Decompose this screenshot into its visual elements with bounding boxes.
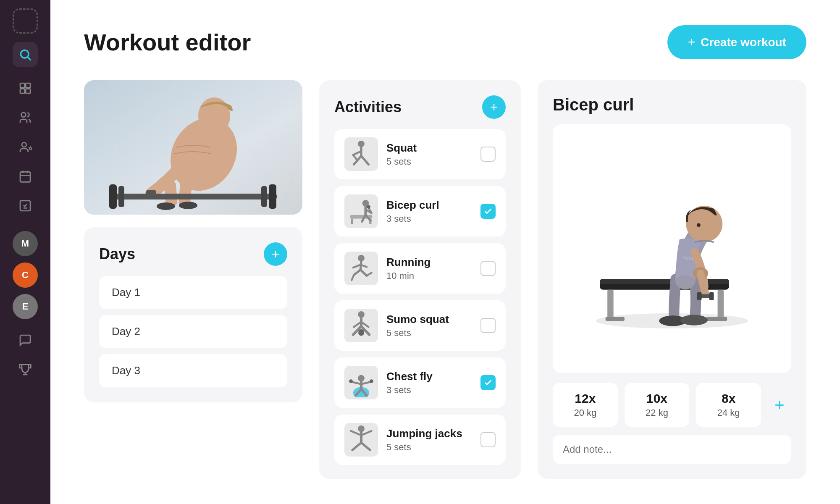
- svg-line-48: [354, 270, 361, 275]
- squat-thumbnail: [344, 137, 378, 171]
- days-card-header: Days +: [99, 242, 287, 266]
- svg-line-52: [353, 265, 361, 268]
- set-2[interactable]: 10x 22 kg: [625, 383, 690, 427]
- main-content: Workout editor + Create workout: [50, 0, 840, 504]
- svg-rect-24: [109, 194, 277, 200]
- svg-line-1: [28, 57, 31, 60]
- svg-point-65: [349, 379, 353, 383]
- bicep-curl-info: Bicep curl 3 sets: [386, 199, 472, 224]
- add-day-button[interactable]: +: [264, 242, 287, 266]
- svg-line-50: [360, 270, 367, 276]
- bicep-curl-thumbnail: [344, 194, 378, 228]
- svg-rect-80: [718, 290, 724, 320]
- avatar-m[interactable]: M: [13, 231, 38, 256]
- running-checkbox[interactable]: [480, 261, 496, 276]
- check-icon-2: [483, 378, 493, 387]
- set-3[interactable]: 8x 24 kg: [696, 383, 761, 427]
- svg-point-21: [179, 202, 197, 209]
- set-1-reps: 12x: [563, 391, 608, 406]
- svg-line-33: [361, 156, 369, 164]
- sidebar-item-calendar[interactable]: [13, 164, 38, 189]
- svg-rect-89: [709, 292, 714, 300]
- day-3-item[interactable]: Day 3: [99, 354, 287, 387]
- svg-marker-8: [29, 147, 32, 150]
- jumping-jacks-thumbnail: [344, 423, 378, 457]
- set-1[interactable]: 12x 20 kg: [553, 383, 618, 427]
- svg-line-35: [353, 155, 357, 160]
- sidebar-item-chat[interactable]: [13, 328, 38, 353]
- svg-line-66: [361, 382, 371, 384]
- page-title: Workout editor: [84, 29, 251, 56]
- avatar-c[interactable]: C: [13, 262, 38, 288]
- activity-chest-fly[interactable]: Chest fly 3 sets: [334, 357, 506, 408]
- svg-point-20: [157, 202, 175, 210]
- running-thumbnail: [344, 252, 378, 285]
- jumping-jacks-figure: [346, 425, 376, 454]
- svg-line-51: [367, 273, 371, 276]
- svg-rect-78: [600, 279, 729, 284]
- create-workout-label: Create workout: [701, 36, 786, 49]
- left-panel: Days + Day 1 Day 2 Day 3: [84, 80, 302, 479]
- sidebar-item-grid[interactable]: [13, 76, 38, 101]
- svg-rect-28: [261, 186, 267, 207]
- bicep-curl-name: Bicep curl: [386, 199, 472, 212]
- running-figure: [346, 254, 376, 283]
- chest-fly-figure: [346, 368, 376, 397]
- activity-running[interactable]: Running 10 min: [334, 243, 506, 294]
- set-3-reps: 8x: [706, 391, 751, 406]
- avatar-e[interactable]: E: [13, 294, 38, 319]
- svg-rect-88: [697, 292, 702, 300]
- check-icon: [483, 207, 493, 216]
- sidebar-item-users[interactable]: [13, 105, 38, 130]
- activity-squat[interactable]: Squat 5 sets: [334, 129, 506, 179]
- svg-rect-27: [269, 184, 276, 209]
- days-card: Days + Day 1 Day 2 Day 3: [84, 227, 302, 402]
- chest-fly-thumbnail: [344, 366, 378, 399]
- running-sets: 10 min: [386, 270, 472, 281]
- sidebar-item-star-user[interactable]: [13, 134, 38, 160]
- search-button[interactable]: [13, 42, 38, 67]
- svg-rect-2: [20, 83, 25, 88]
- detail-panel: Bicep curl: [538, 80, 806, 479]
- svg-point-67: [370, 379, 373, 383]
- page-header: Workout editor + Create workout: [84, 25, 806, 59]
- jumping-jacks-checkbox[interactable]: [480, 432, 496, 447]
- day-1-item[interactable]: Day 1: [99, 276, 287, 309]
- search-icon: [18, 48, 32, 61]
- bicep-curl-detail-illustration: Virtus: [571, 169, 773, 328]
- chest-fly-checkbox[interactable]: [480, 375, 496, 390]
- jumping-jacks-sets: 5 sets: [386, 442, 472, 453]
- day-2-item[interactable]: Day 2: [99, 315, 287, 348]
- svg-line-64: [352, 382, 361, 384]
- svg-rect-37: [351, 219, 353, 224]
- sidebar-item-trophy[interactable]: [13, 357, 38, 382]
- svg-point-0: [21, 50, 29, 58]
- svg-rect-87: [700, 294, 711, 298]
- sumo-squat-sets: 5 sets: [386, 328, 472, 339]
- bicep-curl-checkbox[interactable]: [480, 204, 496, 219]
- svg-rect-5: [26, 89, 30, 93]
- day-2-label: Day 2: [112, 325, 140, 338]
- activity-sumo-squat[interactable]: Sumo squat 5 sets: [334, 300, 506, 351]
- squat-checkbox[interactable]: [480, 147, 496, 162]
- activity-bicep-curl[interactable]: Bicep curl 3 sets: [334, 186, 506, 236]
- sets-row: 12x 20 kg 10x 22 kg 8x 24 kg +: [553, 383, 791, 427]
- add-activity-button[interactable]: +: [482, 95, 506, 119]
- svg-point-7: [22, 142, 26, 147]
- svg-rect-3: [26, 83, 30, 88]
- sumo-squat-name: Sumo squat: [386, 313, 472, 326]
- svg-rect-4: [20, 89, 25, 93]
- star-user-icon: [18, 140, 32, 154]
- sidebar-item-checklist[interactable]: [13, 193, 38, 218]
- hero-illustration: [84, 80, 302, 215]
- content-area: Days + Day 1 Day 2 Day 3 Activities +: [84, 80, 806, 479]
- trophy-icon: [18, 363, 32, 376]
- activities-panel: Activities + Squat 5 se: [319, 80, 521, 479]
- detail-title: Bicep curl: [553, 95, 791, 114]
- jumping-jacks-info: Jumping jacks 5 sets: [386, 427, 472, 453]
- create-workout-button[interactable]: + Create workout: [667, 25, 806, 59]
- activity-jumping-jacks[interactable]: Jumping jacks 5 sets: [334, 415, 506, 465]
- note-input[interactable]: [553, 435, 791, 464]
- add-set-button[interactable]: +: [768, 393, 791, 417]
- sumo-squat-checkbox[interactable]: [480, 318, 496, 333]
